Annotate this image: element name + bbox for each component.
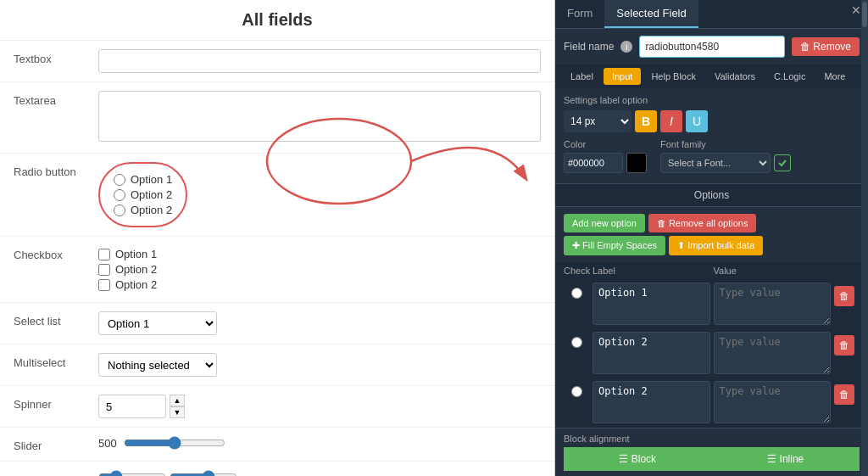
textarea-control <box>98 91 541 144</box>
radio-label: Radio button <box>14 162 98 178</box>
radio-row: Radio button Option 1 Option 2 Option 2 <box>0 154 554 237</box>
range-slider-min[interactable] <box>98 470 166 476</box>
checkbox-option-3: Option 2 <box>98 278 541 291</box>
sub-tab-more[interactable]: More <box>815 68 854 85</box>
multiselect-label: Multiselect <box>14 353 98 369</box>
range-track <box>98 470 541 476</box>
textbox-label: Textbox <box>14 49 98 65</box>
color-input-row <box>564 153 647 173</box>
option-1-radio[interactable] <box>571 288 582 299</box>
fill-empty-button[interactable]: ✚ Fill Empty Spaces <box>564 236 665 255</box>
radio-option-1-label: Option 1 <box>131 173 172 186</box>
add-option-button[interactable]: Add new option <box>564 214 645 232</box>
checkbox-control: Option 1 Option 2 Option 2 <box>98 245 541 294</box>
sub-tab-help-block[interactable]: Help Block <box>643 68 704 85</box>
sub-tab-validators[interactable]: Validators <box>706 68 764 85</box>
remove-all-button[interactable]: 🗑 Remove all options <box>648 214 757 232</box>
block-button[interactable]: ☰ Block <box>564 447 712 471</box>
checkbox-label: Checkbox <box>14 245 98 261</box>
spinner-wrapper: ▲ ▼ <box>98 395 541 418</box>
color-input[interactable] <box>564 153 623 173</box>
options-list: Option 1 🗑 Option 2 🗑 Option 2 🗑 <box>555 279 868 428</box>
option-3-label-textarea[interactable]: Option 2 <box>593 381 710 423</box>
option-3-value-input[interactable] <box>714 381 832 423</box>
delete-header <box>834 266 860 276</box>
checkbox-input-2[interactable] <box>98 264 110 276</box>
settings-label: Settings label option <box>564 95 860 105</box>
option-1-value-input[interactable] <box>714 283 832 325</box>
bold-button[interactable]: B <box>635 110 657 132</box>
slider-input[interactable] <box>124 436 225 450</box>
textarea-label: Textarea <box>14 91 98 107</box>
range-slider-control: here your content <box>98 470 541 476</box>
spinner-up-button[interactable]: ▲ <box>170 395 185 406</box>
option-2-label-textarea[interactable]: Option 2 <box>593 332 710 374</box>
option-3-delete-button[interactable]: 🗑 <box>834 384 854 405</box>
color-section: Color <box>564 139 647 173</box>
range-slider-max[interactable] <box>170 470 237 476</box>
scrollbar[interactable] <box>861 0 868 476</box>
color-swatch[interactable] <box>626 153 647 173</box>
tab-selected-field[interactable]: Selected Field <box>604 0 698 28</box>
textbox-input[interactable] <box>98 49 541 73</box>
option-row-2: Option 2 🗑 <box>564 332 860 374</box>
checkbox-option-1: Option 1 <box>98 248 541 260</box>
options-table-header: Check Label Value <box>555 262 868 279</box>
import-bulk-button[interactable]: ⬆ Import bulk data <box>669 236 763 255</box>
inline-button[interactable]: ☰ Inline <box>712 447 860 471</box>
option-1-delete-button[interactable]: 🗑 <box>834 286 854 306</box>
textbox-row: Textbox <box>0 41 554 82</box>
right-panel: Form Selected Field ✕ Field name i 🗑 Rem… <box>555 0 868 476</box>
radio-option-1: Option 1 <box>114 173 172 186</box>
field-name-label: Field name <box>564 41 614 53</box>
font-family-confirm[interactable] <box>774 154 791 171</box>
multiselect-input[interactable]: Nothing selected <box>98 353 217 377</box>
radio-control: Option 1 Option 2 Option 2 <box>98 162 541 227</box>
checkbox-input-3[interactable] <box>98 279 110 291</box>
textarea-input[interactable] <box>98 91 541 142</box>
italic-button[interactable]: I <box>660 110 682 132</box>
select-input[interactable]: Option 1 Option 2 <box>98 311 217 335</box>
checkbox-option-3-label: Option 2 <box>115 278 157 291</box>
radio-input-2[interactable] <box>114 189 125 201</box>
tab-form[interactable]: Form <box>555 0 604 28</box>
option-2-radio[interactable] <box>571 337 582 348</box>
option-1-label-textarea[interactable]: Option 1 <box>593 283 710 325</box>
options-actions: Add new option 🗑 Remove all options ✚ Fi… <box>555 207 868 262</box>
option-1-radio-container <box>564 283 589 299</box>
sub-tab-clogic[interactable]: C.Logic <box>765 68 814 85</box>
underline-button[interactable]: U <box>686 110 708 132</box>
option-3-radio[interactable] <box>571 386 582 397</box>
sub-tab-label[interactable]: Label <box>562 68 602 85</box>
slider-control: 500 <box>98 436 541 450</box>
slider-wrapper: 500 <box>98 436 541 450</box>
spinner-label: Spinner <box>14 395 98 411</box>
radio-input-1[interactable] <box>114 174 125 186</box>
spinner-buttons: ▲ ▼ <box>170 395 185 418</box>
radio-group: Option 1 Option 2 Option 2 <box>98 162 187 227</box>
multiselect-control: Nothing selected <box>98 353 541 377</box>
checkbox-option-2: Option 2 <box>98 263 541 276</box>
settings-section: Settings label option 14 px 12 px 16 px … <box>555 88 868 183</box>
font-controls: 14 px 12 px 16 px 18 px B I U <box>564 110 860 132</box>
radio-option-3: Option 2 <box>114 204 172 216</box>
checkbox-option-1-label: Option 1 <box>115 248 157 260</box>
page-title: All fields <box>0 0 554 41</box>
option-row-1: Option 1 🗑 <box>564 283 860 325</box>
font-family-select[interactable]: Select a Font... <box>660 153 771 173</box>
option-2-value-input[interactable] <box>714 332 832 374</box>
field-name-input[interactable] <box>639 36 785 58</box>
option-2-delete-button[interactable]: 🗑 <box>834 335 854 356</box>
remove-button[interactable]: 🗑 Remove <box>792 37 860 56</box>
info-icon[interactable]: i <box>620 41 632 53</box>
checkbox-input-1[interactable] <box>98 249 110 260</box>
radio-input-3[interactable] <box>114 204 125 216</box>
font-family-label: Font family <box>660 139 791 149</box>
radio-option-3-label: Option 2 <box>131 204 172 216</box>
font-size-select[interactable]: 14 px 12 px 16 px 18 px <box>564 110 632 132</box>
spinner-down-button[interactable]: ▼ <box>170 406 185 418</box>
spinner-input[interactable] <box>98 395 166 418</box>
sub-tab-input[interactable]: Input <box>604 68 641 85</box>
color-font-row: Color Font family Select a Font... <box>564 139 860 173</box>
slider-label: Slider <box>14 436 98 452</box>
